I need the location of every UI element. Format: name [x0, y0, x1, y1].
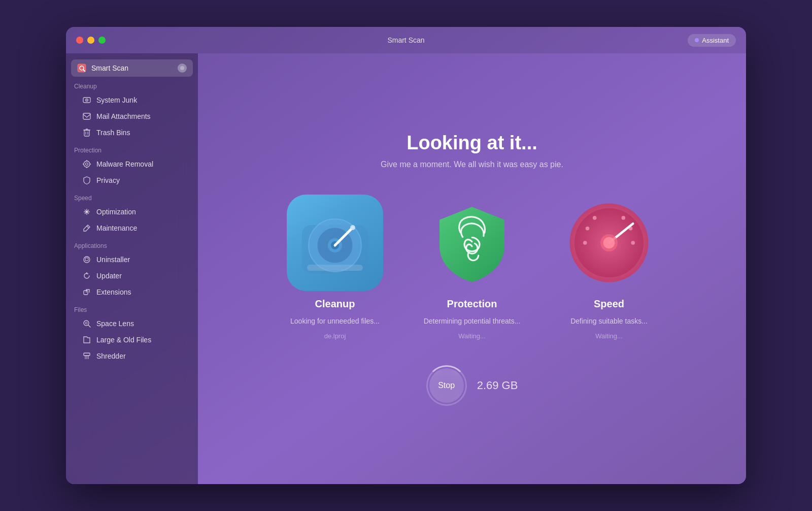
- sidebar-item-system-junk[interactable]: System Junk: [71, 92, 193, 108]
- cleanup-card-sub: de.lproj: [324, 332, 346, 340]
- cleanup-card-title: Cleanup: [315, 298, 355, 310]
- section-applications: Applications: [66, 238, 198, 251]
- svg-point-46: [631, 241, 635, 245]
- scan-size: 2.69 GB: [477, 379, 518, 392]
- speed-card-status: Defining suitable tasks...: [570, 317, 648, 325]
- sidebar-item-shredder[interactable]: Shredder: [71, 348, 193, 364]
- updater-label: Updater: [96, 272, 122, 280]
- shredder-icon: [82, 352, 91, 361]
- svg-rect-29: [84, 353, 90, 356]
- smart-scan-badge: [178, 63, 187, 73]
- svg-point-39: [350, 225, 355, 230]
- sidebar: Smart Scan Cleanup System Junk: [66, 53, 198, 484]
- maximize-button[interactable]: [98, 37, 106, 44]
- main-content: Smart Scan Cleanup System Junk: [66, 53, 746, 484]
- cards-row: Cleanup Looking for unneeded files... de…: [277, 195, 667, 340]
- close-button[interactable]: [76, 37, 83, 44]
- sidebar-item-space-lens[interactable]: Space Lens: [71, 315, 193, 332]
- svg-point-18: [86, 163, 88, 166]
- sidebar-item-privacy[interactable]: Privacy: [71, 172, 193, 188]
- sidebar-item-optimization[interactable]: Optimization: [71, 204, 193, 220]
- section-files: Files: [66, 302, 198, 315]
- protection-card: Protection Determining potential threats…: [414, 195, 530, 340]
- extensions-icon: [82, 288, 91, 297]
- large-old-files-label: Large & Old Files: [96, 336, 151, 344]
- sidebar-item-updater[interactable]: Updater: [71, 268, 193, 284]
- trash-bins-label: Trash Bins: [96, 129, 130, 137]
- assistant-button[interactable]: Assistant: [688, 34, 736, 47]
- extensions-label: Extensions: [96, 288, 131, 296]
- malware-icon: [82, 159, 91, 169]
- subline: Give me a moment. We all wish it was eas…: [381, 160, 563, 169]
- smart-scan-icon: [77, 63, 86, 73]
- speed-card-title: Speed: [594, 298, 624, 310]
- speed-card: Speed Defining suitable tasks... Waiting…: [551, 195, 667, 340]
- svg-point-43: [583, 241, 587, 245]
- sidebar-item-uninstaller[interactable]: Uninstaller: [71, 251, 193, 268]
- section-cleanup: Cleanup: [66, 79, 198, 92]
- svg-point-24: [84, 257, 90, 263]
- svg-point-13: [84, 161, 90, 167]
- svg-point-3: [180, 66, 184, 70]
- privacy-icon: [82, 176, 91, 185]
- main-window: Smart Scan Assistant Smart Scan: [66, 27, 746, 484]
- title-bar: Smart Scan Assistant: [66, 27, 746, 53]
- sidebar-item-trash-bins[interactable]: Trash Bins: [71, 124, 193, 141]
- headline: Looking at it...: [407, 132, 537, 154]
- protection-card-status: Determining potential threats...: [424, 317, 521, 325]
- svg-rect-25: [84, 291, 88, 295]
- svg-point-28: [85, 322, 87, 324]
- sidebar-item-extensions[interactable]: Extensions: [71, 284, 193, 300]
- cleanup-card-icon: [287, 195, 383, 291]
- svg-point-48: [622, 216, 626, 220]
- svg-line-27: [88, 325, 90, 327]
- svg-rect-40: [307, 265, 363, 271]
- window-title: Smart Scan: [387, 36, 424, 44]
- section-speed: Speed: [66, 190, 198, 204]
- svg-rect-7: [83, 113, 90, 119]
- system-junk-icon: [82, 95, 91, 105]
- maintenance-label: Maintenance: [96, 224, 137, 232]
- privacy-label: Privacy: [96, 176, 120, 184]
- speed-card-icon: [561, 195, 657, 291]
- system-junk-label: System Junk: [96, 96, 137, 104]
- space-lens-label: Space Lens: [96, 320, 134, 328]
- assistant-dot-icon: [695, 38, 699, 42]
- svg-line-23: [87, 226, 89, 228]
- sidebar-item-smart-scan[interactable]: Smart Scan: [71, 59, 193, 77]
- sidebar-item-maintenance[interactable]: Maintenance: [71, 220, 193, 236]
- uninstaller-label: Uninstaller: [96, 256, 130, 264]
- cleanup-card-status: Looking for unneeded files...: [290, 317, 380, 325]
- protection-card-icon: [424, 195, 520, 291]
- speed-card-sub: Waiting...: [595, 332, 623, 340]
- mail-icon: [82, 112, 91, 121]
- stop-button[interactable]: Stop: [429, 368, 464, 403]
- svg-point-6: [86, 100, 87, 101]
- svg-point-45: [593, 216, 597, 220]
- space-lens-icon: [82, 319, 91, 328]
- svg-point-44: [586, 226, 590, 230]
- malware-removal-label: Malware Removal: [96, 160, 153, 168]
- sidebar-item-large-old-files[interactable]: Large & Old Files: [71, 332, 193, 348]
- section-protection: Protection: [66, 143, 198, 156]
- large-files-icon: [82, 335, 91, 344]
- optimization-icon: [82, 207, 91, 216]
- trash-icon: [82, 128, 91, 137]
- stop-ring: Stop: [426, 365, 467, 406]
- smart-scan-label: Smart Scan: [91, 64, 128, 72]
- traffic-lights: [76, 37, 106, 44]
- shredder-label: Shredder: [96, 352, 126, 360]
- maintenance-icon: [82, 223, 91, 233]
- minimize-button[interactable]: [87, 37, 94, 44]
- stop-area: Stop 2.69 GB: [426, 365, 518, 406]
- content-area: Looking at it... Give me a moment. We al…: [198, 53, 746, 484]
- svg-rect-8: [84, 130, 89, 136]
- sidebar-item-malware-removal[interactable]: Malware Removal: [71, 156, 193, 172]
- cleanup-card: Cleanup Looking for unneeded files... de…: [277, 195, 393, 340]
- sidebar-item-mail-attachments[interactable]: Mail Attachments: [71, 108, 193, 124]
- svg-point-51: [603, 237, 615, 248]
- protection-card-sub: Waiting...: [458, 332, 486, 340]
- mail-attachments-label: Mail Attachments: [96, 112, 151, 120]
- updater-icon: [82, 271, 91, 280]
- optimization-label: Optimization: [96, 208, 136, 216]
